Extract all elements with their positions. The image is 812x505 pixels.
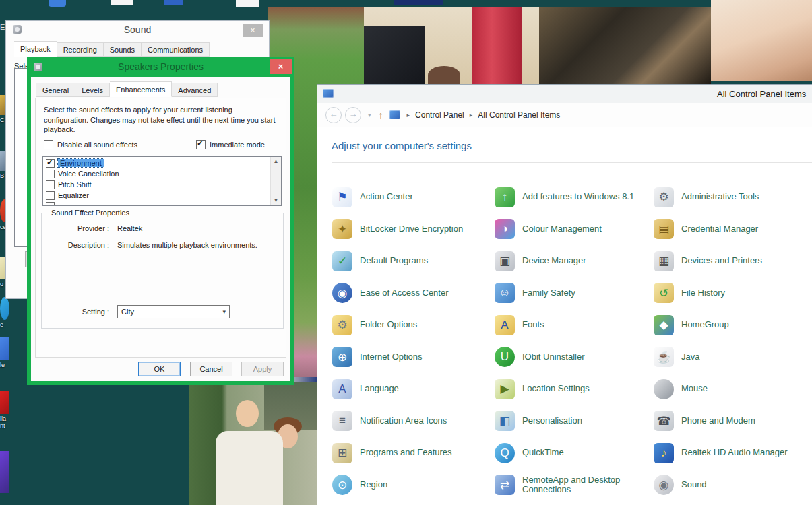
control-panel-item[interactable]: ♪ Realtek HD Audio Manager xyxy=(654,443,812,463)
control-panel-item[interactable]: ⊙ Region xyxy=(332,475,495,495)
language-icon: A xyxy=(332,379,352,399)
desktop-icon-label-fragment: E xyxy=(0,23,5,31)
control-panel-item[interactable]: Q QuickTime xyxy=(495,443,654,463)
effect-row[interactable]: Pitch Shift xyxy=(43,179,270,190)
window-fragment xyxy=(49,0,66,7)
app-icon xyxy=(0,337,9,360)
ok-button[interactable]: OK xyxy=(138,362,181,376)
tab[interactable]: Advanced xyxy=(172,83,218,97)
control-panel-item[interactable]: ☎ Phone and Modem xyxy=(654,411,812,431)
control-panel-item[interactable]: ▣ Device Manager xyxy=(495,251,654,271)
forward-button[interactable]: → xyxy=(345,107,361,123)
scrollbar[interactable]: ▲ ▼ xyxy=(270,157,281,205)
control-panel-item[interactable]: ⇄ RemoteApp and Desktop Connections xyxy=(495,475,654,495)
control-panel-item[interactable]: U IObit Uninstaller xyxy=(495,347,654,367)
effect-row[interactable]: Environment xyxy=(43,158,270,168)
tab[interactable]: Sounds xyxy=(104,42,142,57)
checkbox[interactable] xyxy=(44,140,53,149)
apply-button[interactable]: Apply xyxy=(241,362,284,376)
effect-checkbox[interactable] xyxy=(46,202,55,207)
effect-row[interactable] xyxy=(43,201,270,206)
control-panel-item[interactable]: ⚑ Action Center xyxy=(332,187,495,207)
back-button[interactable]: ← xyxy=(325,107,342,123)
speakers-dialog-title: Speakers Properties xyxy=(27,57,294,76)
control-panel-item[interactable]: ◉ Ease of Access Center xyxy=(332,283,495,303)
control-panel-item[interactable]: ✦ BitLocker Drive Encryption xyxy=(332,219,495,239)
sound-dialog-titlebar[interactable]: Sound × xyxy=(6,21,269,38)
checkbox[interactable] xyxy=(196,140,206,149)
control-panel-item[interactable]: ◆ HomeGroup xyxy=(654,315,812,335)
desktop-icon-fragment[interactable]: le xyxy=(0,337,11,368)
globe-check-icon: ⊕ xyxy=(332,347,352,367)
control-panel-item[interactable]: ☕ Java xyxy=(654,347,812,367)
tab[interactable]: Playback xyxy=(14,41,57,57)
breadcrumb-item[interactable]: Control Panel xyxy=(415,110,464,120)
tab[interactable]: Levels xyxy=(75,83,110,97)
speakers-properties-dialog: Speakers Properties × General Levels Enh… xyxy=(27,57,294,385)
control-panel-item[interactable]: ◧ Personalisation xyxy=(495,411,654,431)
control-panel-item[interactable]: ☺ Family Safety xyxy=(495,283,654,303)
control-panel-item[interactable]: ↑ Add features to Windows 8.1 xyxy=(495,187,654,207)
immediate-mode-checkbox[interactable]: Immediate mode xyxy=(196,140,265,149)
control-panel-items-grid: ⚑ Action Center ↑ Add features to Window… xyxy=(332,181,812,501)
sound-dialog-tabs: Playback Recording Sounds Communications xyxy=(14,42,269,57)
tab[interactable]: General xyxy=(36,83,75,97)
control-panel-item[interactable]: A Fonts xyxy=(495,315,654,335)
control-panel-item[interactable]: ▶ Location Settings xyxy=(495,379,654,399)
disable-all-sound-effects-checkbox[interactable]: Disable all sound effects xyxy=(44,140,137,149)
effect-checkbox[interactable] xyxy=(46,180,55,189)
control-panel-item[interactable]: ⚙ Administrative Tools xyxy=(654,187,812,207)
control-panel-item[interactable]: ◉ Sound xyxy=(654,475,812,495)
recent-pages-chevron-icon[interactable]: ▾ xyxy=(368,112,371,119)
color-wheel-icon: ◑ xyxy=(495,219,515,239)
control-panel-item[interactable]: ✓ Default Programs xyxy=(332,251,495,271)
java-cup-icon: ☕ xyxy=(654,347,674,367)
effect-checkbox[interactable] xyxy=(46,159,55,168)
cancel-button[interactable]: Cancel xyxy=(190,362,232,376)
tab[interactable]: Enhancements xyxy=(110,81,172,97)
control-panel-item[interactable]: ≡ Notification Area Icons xyxy=(332,411,495,431)
folder-gear-icon: ⚙ xyxy=(332,315,352,335)
control-panel-item[interactable]: ⚙ Folder Options xyxy=(332,315,495,335)
effect-row[interactable]: Equalizer xyxy=(43,190,270,201)
window-fragment xyxy=(164,0,183,5)
desktop-icon-fragment[interactable]: e xyxy=(0,297,11,328)
window-fragment xyxy=(236,0,259,7)
history-folder-icon: ↺ xyxy=(654,283,674,303)
audio-manager-icon: ♪ xyxy=(654,443,674,463)
dialog-buttons: OK Cancel Apply xyxy=(31,362,290,377)
desktop-icon-fragment[interactable] xyxy=(0,451,11,494)
control-panel-icon xyxy=(323,89,334,98)
close-icon[interactable]: × xyxy=(270,59,292,74)
control-panel-item[interactable]: ⊕ Internet Options xyxy=(332,347,495,367)
control-panel-titlebar[interactable]: All Control Panel Items xyxy=(317,85,812,103)
tab[interactable]: Communications xyxy=(142,42,210,57)
control-panel-item[interactable]: Mouse xyxy=(654,379,812,399)
effect-checkbox[interactable] xyxy=(46,170,55,178)
up-button[interactable]: ↑ xyxy=(379,110,383,121)
desktop-icon-fragment[interactable]: lla nt xyxy=(0,391,11,429)
scroll-up-icon[interactable]: ▲ xyxy=(271,157,281,166)
effect-checkbox[interactable] xyxy=(46,191,55,200)
app-icon xyxy=(0,451,9,493)
scroll-down-icon[interactable]: ▼ xyxy=(271,196,281,205)
breadcrumb-item[interactable]: All Control Panel Items xyxy=(478,110,560,120)
sound-effects-list[interactable]: Environment Voice Cancellation Pitch Shi… xyxy=(42,156,282,206)
control-panel-item[interactable]: ↺ File History xyxy=(654,283,812,303)
effect-row[interactable]: Voice Cancellation xyxy=(43,168,270,179)
control-panel-item[interactable]: ◑ Colour Management xyxy=(495,219,654,239)
control-panel-item[interactable]: ▤ Credential Manager xyxy=(654,219,812,239)
phone-icon: ☎ xyxy=(654,411,674,431)
photo-curtain xyxy=(472,7,522,84)
close-icon[interactable]: × xyxy=(243,24,263,37)
control-panel-item[interactable]: A Language xyxy=(332,379,495,399)
speakers-dialog-titlebar[interactable]: Speakers Properties × xyxy=(27,57,294,77)
wallpaper-photo-livingroom xyxy=(364,7,539,84)
address-bar-icon xyxy=(389,110,400,119)
setting-dropdown[interactable]: City ▾ xyxy=(117,305,230,318)
description-value: Simulates multiple playback environments… xyxy=(117,241,257,249)
tab[interactable]: Recording xyxy=(57,42,104,57)
photo-shirt xyxy=(216,431,283,505)
control-panel-item[interactable]: ⊞ Programs and Features xyxy=(332,443,495,463)
control-panel-item[interactable]: ▦ Devices and Printers xyxy=(654,251,812,271)
